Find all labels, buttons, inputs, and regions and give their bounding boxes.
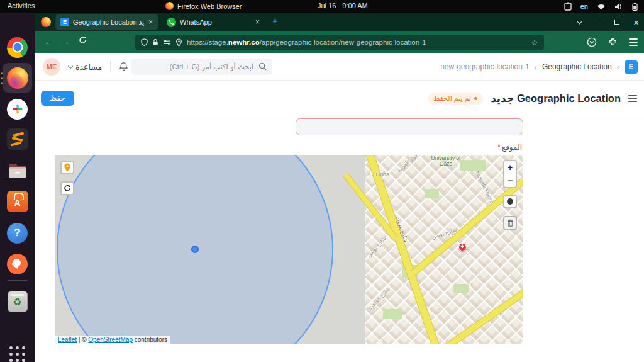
- delete-layer-button[interactable]: [503, 216, 517, 230]
- park-area: [383, 309, 402, 319]
- zoom-in-button[interactable]: +: [504, 161, 516, 174]
- firefox-logo: [41, 17, 51, 27]
- firefox-icon: [7, 67, 28, 89]
- leaflet-link[interactable]: Leaflet: [58, 336, 77, 343]
- dock-ubuntu-software[interactable]: A: [6, 189, 30, 213]
- pin-icon: [64, 163, 71, 172]
- app-header: ME مساعدة new-geographic-location-1 ‹ Ge…: [35, 53, 644, 81]
- zoom-control: + −: [503, 160, 517, 188]
- tab-whatsapp[interactable]: WhatsApp ×: [162, 14, 265, 30]
- save-button[interactable]: حفظ: [41, 91, 74, 106]
- erpnext-app: ME مساعدة new-geographic-location-1 ‹ Ge…: [35, 53, 644, 362]
- tab-geographic-location[interactable]: E Geographic Location جديد ×: [56, 14, 158, 30]
- back-button[interactable]: ←: [44, 37, 53, 47]
- divider: [110, 61, 111, 72]
- volume-icon: [614, 3, 623, 10]
- help-icon: ?: [7, 223, 28, 244]
- app-logo[interactable]: E: [625, 60, 638, 74]
- sidebar-toggle-icon[interactable]: [628, 95, 637, 102]
- dock-slack[interactable]: [6, 97, 30, 121]
- navigation-toolbar: ← → https://stage.newhr.co/app/geographi…: [35, 31, 644, 53]
- breadcrumb-item-doctype[interactable]: Geographic Location: [542, 62, 612, 71]
- breadcrumb-item-current[interactable]: new-geographic-location-1: [440, 62, 529, 71]
- keyboard-layout-indicator[interactable]: en: [580, 3, 588, 10]
- url-bar[interactable]: https://stage.newhr.co/app/geographic-lo…: [135, 35, 544, 50]
- erpnext-favicon: E: [60, 18, 69, 26]
- map-attribution: Leaflet | © OpenStreetMap contributors: [55, 336, 170, 344]
- geolocation-pin-icon[interactable]: [175, 38, 182, 47]
- forward-button[interactable]: →: [61, 37, 70, 47]
- tab-close-icon[interactable]: ×: [255, 18, 260, 26]
- help-dropdown[interactable]: مساعدة: [69, 62, 102, 72]
- minimize-button[interactable]: –: [596, 17, 601, 27]
- dock-postman[interactable]: [6, 252, 30, 276]
- bookmark-star-icon[interactable]: ☆: [531, 38, 538, 47]
- activities-button[interactable]: Activities: [8, 2, 35, 9]
- osm-tiles: University of Gaza El Doha Mustafa Hafez…: [365, 155, 523, 344]
- dock-files[interactable]: [6, 159, 30, 183]
- osm-link[interactable]: OpenStreetMap: [88, 336, 133, 343]
- zoom-out-button[interactable]: −: [504, 174, 516, 187]
- dock-help[interactable]: ?: [6, 221, 30, 245]
- restore-button[interactable]: [614, 20, 619, 25]
- url-text[interactable]: https://stage.newhr.co/app/geographic-lo…: [187, 38, 526, 46]
- window-controls: – ×: [577, 13, 639, 31]
- leaflet-map[interactable]: University of Gaza El Doha Mustafa Hafez…: [55, 155, 523, 344]
- window-title-text: Firefox Web Browser: [177, 3, 242, 10]
- park-area: [425, 189, 439, 198]
- location-name-input[interactable]: [296, 118, 523, 135]
- close-button[interactable]: ×: [633, 17, 639, 28]
- tab-title: WhatsApp: [180, 18, 251, 26]
- tab-bar: E Geographic Location جديد × WhatsApp × …: [35, 13, 644, 31]
- status-badge: لم يتم الحفظ: [428, 93, 483, 105]
- toolbar-extensions: [587, 31, 638, 53]
- pocket-icon[interactable]: [587, 37, 597, 47]
- shield-icon[interactable]: [141, 38, 148, 46]
- system-tray[interactable]: en: [564, 0, 638, 13]
- circle-tool-icon: [507, 198, 513, 205]
- breadcrumb-separator: ‹: [535, 62, 537, 72]
- reload-icon[interactable]: [79, 36, 87, 46]
- lock-icon[interactable]: [152, 38, 158, 46]
- tab-title: Geographic Location جديد: [73, 18, 144, 26]
- park-area: [453, 284, 469, 293]
- tab-close-icon[interactable]: ×: [148, 18, 153, 26]
- user-avatar[interactable]: ME: [43, 58, 60, 76]
- new-tab-button[interactable]: +: [272, 15, 278, 26]
- refresh-button[interactable]: [60, 181, 74, 195]
- dock-chrome[interactable]: [6, 35, 30, 59]
- locate-pin-button[interactable]: [60, 161, 74, 174]
- title-right-group: لم يتم الحفظ Geographic Location جديد: [428, 81, 637, 116]
- clipboard-icon[interactable]: [564, 2, 572, 11]
- map-label-university: University of Gaza: [426, 156, 466, 167]
- page-title-bar: حفظ لم يتم الحفظ Geographic Location جدي…: [35, 81, 644, 116]
- clock-time: 9:00 AM: [342, 2, 367, 9]
- menu-icon[interactable]: [629, 38, 638, 45]
- clock[interactable]: Jul 16 9:00 AM: [318, 2, 368, 9]
- map-label-street: Mustafa Hafez: [474, 170, 495, 204]
- global-search[interactable]: [131, 59, 272, 75]
- trash-bin-icon: [507, 219, 514, 227]
- search-icon: [258, 62, 267, 71]
- battery-icon: [632, 3, 638, 11]
- list-all-tabs-icon[interactable]: [577, 18, 583, 25]
- dock-firefox[interactable]: [6, 66, 30, 90]
- url-domain: newhr.co: [228, 38, 260, 46]
- help-label: مساعدة: [75, 62, 102, 72]
- dock-app-grid[interactable]: [6, 342, 30, 362]
- focused-window-title[interactable]: Firefox Web Browser: [165, 2, 242, 10]
- dock-sublime-text[interactable]: [6, 127, 30, 151]
- status-dot: [474, 97, 477, 100]
- extensions-puzzle-icon[interactable]: [608, 38, 618, 47]
- permissions-icon[interactable]: [163, 39, 171, 45]
- bell-icon[interactable]: [119, 62, 128, 72]
- map-label-street: شارع تونس: [365, 235, 387, 258]
- circle-center-marker[interactable]: [191, 246, 199, 253]
- screen: Activities Firefox Web Browser Jul 16 9:…: [0, 0, 644, 362]
- dock-trash[interactable]: ♻: [6, 290, 30, 314]
- draw-circle-button[interactable]: [503, 195, 517, 208]
- gnome-top-bar: Activities Firefox Web Browser Jul 16 9:…: [0, 0, 644, 13]
- page-title: Geographic Location جديد: [491, 93, 621, 105]
- breadcrumb-separator: ‹: [617, 62, 619, 72]
- search-input[interactable]: [131, 59, 272, 75]
